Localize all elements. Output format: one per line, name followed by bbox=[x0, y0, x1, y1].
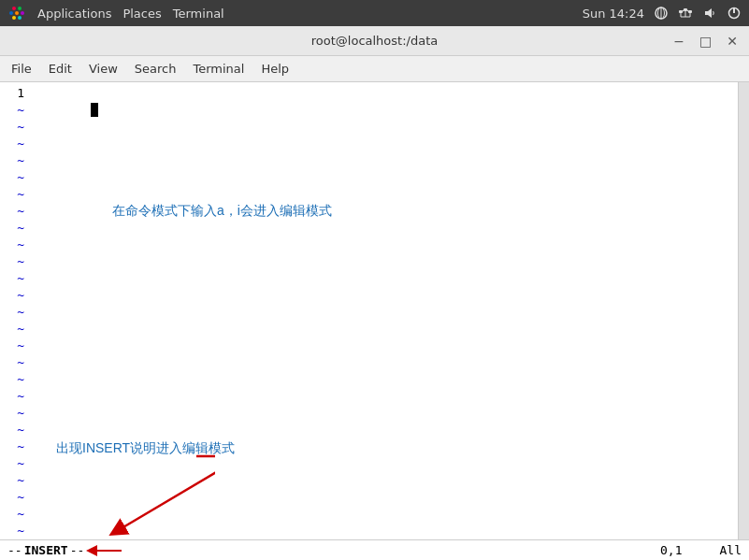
vim-editor[interactable]: 1 ~ ~ ~ ~ ~ ~ ~ ~ ~ ~ ~ ~ ~ ~ ~ ~ ~ ~ ~ … bbox=[0, 82, 749, 539]
scrollbar[interactable] bbox=[738, 82, 749, 539]
applications-menu[interactable]: Applications bbox=[37, 7, 111, 21]
menu-bar: File Edit View Search Terminal Help bbox=[0, 56, 749, 82]
svg-point-0 bbox=[12, 7, 16, 10]
terminal-window: root@localhost:/data − □ ✕ File Edit Vie… bbox=[0, 26, 749, 560]
tilde-line bbox=[32, 152, 734, 169]
tilde-line bbox=[32, 388, 734, 405]
menu-search[interactable]: Search bbox=[127, 59, 184, 79]
insert-mode-indicator: INSERT bbox=[24, 543, 68, 557]
menu-edit[interactable]: Edit bbox=[41, 59, 79, 79]
vim-status-bar: -- INSERT -- 0,1 All bbox=[0, 539, 749, 560]
tilde-line bbox=[32, 438, 734, 455]
datetime-display: Sun 14:24 bbox=[583, 7, 644, 21]
status-dashes-left: -- bbox=[7, 543, 22, 557]
tilde-line bbox=[32, 405, 734, 422]
svg-rect-10 bbox=[679, 10, 683, 13]
tilde-line bbox=[32, 371, 734, 388]
tilde-line bbox=[32, 287, 734, 304]
network-icon bbox=[654, 6, 669, 21]
tilde-line bbox=[32, 455, 734, 472]
tilde-line bbox=[32, 489, 734, 506]
editor-content[interactable]: 在命令模式下输入a，i会进入编辑模式 出现INSERT说明进入编辑模式 bbox=[28, 82, 738, 539]
maximize-button[interactable]: □ bbox=[696, 35, 715, 48]
tilde-line bbox=[32, 304, 734, 321]
status-dashes-right: -- bbox=[70, 543, 85, 557]
svg-point-1 bbox=[18, 7, 22, 10]
terminal-menu[interactable]: Terminal bbox=[173, 7, 224, 21]
power-icon[interactable] bbox=[727, 6, 742, 21]
tilde-line bbox=[32, 422, 734, 438]
tilde-line bbox=[32, 354, 734, 371]
close-button[interactable]: ✕ bbox=[723, 35, 742, 48]
svg-point-6 bbox=[18, 16, 22, 20]
tilde-line bbox=[32, 119, 734, 136]
tilde-line bbox=[32, 253, 734, 270]
minimize-button[interactable]: − bbox=[670, 35, 688, 48]
volume-icon bbox=[702, 6, 717, 21]
tilde-line bbox=[32, 523, 734, 539]
tilde-line bbox=[32, 472, 734, 489]
svg-line-14 bbox=[687, 10, 688, 12]
editor-line-1 bbox=[32, 85, 734, 102]
svg-line-13 bbox=[683, 10, 684, 12]
svg-point-2 bbox=[9, 11, 13, 15]
places-menu[interactable]: Places bbox=[122, 7, 161, 21]
status-right: 0,1 All bbox=[660, 543, 742, 557]
gnome-logo-icon[interactable] bbox=[7, 4, 26, 22]
svg-point-3 bbox=[15, 11, 19, 15]
svg-rect-11 bbox=[684, 8, 687, 11]
line-numbers: 1 ~ ~ ~ ~ ~ ~ ~ ~ ~ ~ ~ ~ ~ ~ ~ ~ ~ ~ ~ … bbox=[0, 82, 28, 539]
connections-icon bbox=[678, 6, 693, 21]
view-range: All bbox=[720, 543, 742, 557]
menu-help[interactable]: Help bbox=[253, 59, 296, 79]
tilde-line bbox=[32, 102, 734, 119]
tilde-line bbox=[32, 237, 734, 253]
tilde-line bbox=[32, 337, 734, 354]
menu-terminal[interactable]: Terminal bbox=[185, 59, 252, 79]
svg-point-4 bbox=[21, 11, 24, 15]
title-bar: root@localhost:/data − □ ✕ bbox=[0, 26, 749, 56]
menu-file[interactable]: File bbox=[4, 59, 39, 79]
svg-point-5 bbox=[12, 16, 16, 20]
system-bar-right: Sun 14:24 bbox=[583, 6, 742, 21]
svg-rect-12 bbox=[688, 10, 692, 13]
system-bar-left: Applications Places Terminal bbox=[7, 4, 224, 22]
tilde-line bbox=[32, 270, 734, 287]
tilde-line bbox=[32, 136, 734, 152]
window-title: root@localhost:/data bbox=[311, 34, 438, 48]
menu-view[interactable]: View bbox=[81, 59, 125, 79]
cursor-position: 0,1 bbox=[660, 543, 682, 557]
system-bar: Applications Places Terminal Sun 14:24 bbox=[0, 0, 749, 26]
tilde-line bbox=[32, 203, 734, 220]
tilde-line bbox=[32, 186, 734, 203]
tilde-line bbox=[32, 321, 734, 337]
tilde-line bbox=[32, 506, 734, 523]
svg-marker-19 bbox=[705, 8, 712, 18]
insert-arrow bbox=[86, 540, 123, 561]
tilde-line bbox=[32, 169, 734, 186]
title-bar-controls: − □ ✕ bbox=[670, 35, 742, 48]
tilde-line bbox=[32, 220, 734, 237]
text-cursor bbox=[91, 103, 98, 117]
